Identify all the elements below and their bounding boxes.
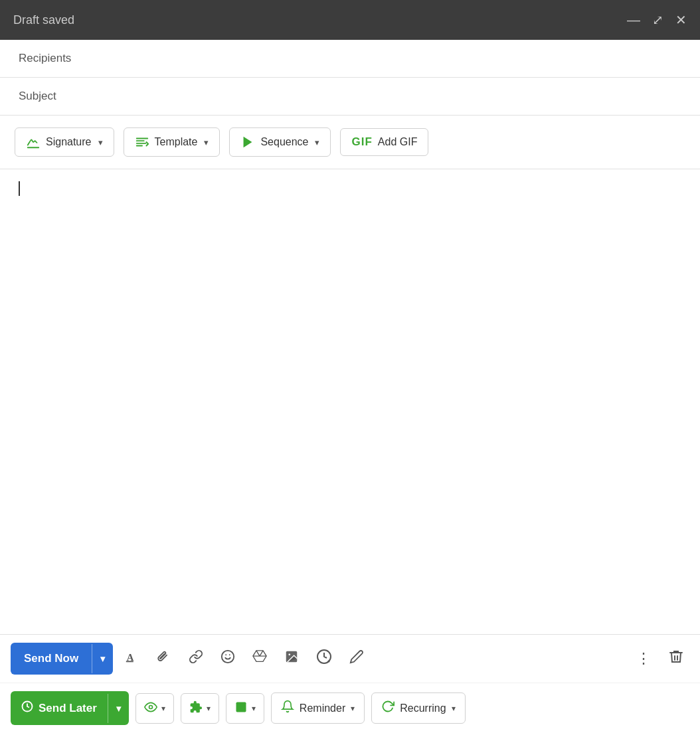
gif-icon: GIF — [351, 135, 372, 149]
add-gif-button[interactable]: GIF Add GIF — [340, 128, 428, 156]
send-later-button[interactable]: Send Later ▾ — [11, 691, 129, 725]
signature-arrow-icon: ▾ — [98, 137, 103, 147]
compose-body: Recipients Subject Signature ▾ — [0, 40, 700, 733]
extension-button[interactable]: ▾ — [181, 693, 219, 724]
bell-icon — [281, 700, 294, 716]
compose-toolbar: Signature ▾ Template ▾ — [0, 116, 700, 169]
add-gif-label: Add GIF — [378, 136, 418, 148]
template-icon — [135, 135, 149, 149]
signature-button[interactable]: Signature ▾ — [15, 127, 114, 157]
clock-icon — [316, 649, 332, 669]
extension-arrow-icon: ▾ — [207, 704, 211, 713]
template-arrow-icon: ▾ — [204, 137, 209, 147]
link-icon — [189, 649, 203, 668]
attachment-button[interactable] — [151, 645, 177, 672]
image-icon — [284, 649, 299, 668]
clock-icon-send-later — [21, 700, 33, 716]
template-button[interactable]: Template ▾ — [124, 127, 220, 157]
text-format-icon: A — [125, 649, 139, 668]
send-now-button[interactable]: Send Now ▾ — [11, 643, 113, 675]
delete-button[interactable] — [663, 645, 689, 673]
sequence-icon — [240, 135, 255, 149]
attachment-icon — [157, 649, 171, 668]
eye-icon — [144, 700, 157, 716]
reminder-arrow-icon: ▾ — [351, 704, 355, 713]
send-later-main: Send Later — [11, 691, 108, 725]
color-arrow-icon: ▾ — [252, 704, 256, 713]
recipients-field[interactable]: Recipients — [0, 40, 700, 78]
subject-label: Subject — [19, 90, 56, 102]
draft-saved-label: Draft saved — [13, 13, 74, 27]
bottom-row-1: Send Now ▾ A — [0, 635, 700, 683]
preview-button[interactable]: ▾ — [135, 693, 174, 724]
more-options-icon: ⋮ — [636, 650, 651, 667]
minimize-button[interactable]: — — [627, 13, 640, 27]
preview-arrow-icon: ▾ — [161, 704, 165, 713]
color-square-icon — [234, 700, 248, 716]
recurring-button[interactable]: Recurring ▾ — [371, 692, 465, 724]
send-now-label: Send Now — [11, 643, 92, 675]
svg-point-15 — [149, 705, 152, 708]
reminder-button[interactable]: Reminder ▾ — [271, 692, 365, 724]
puzzle-icon — [189, 700, 203, 716]
svg-rect-16 — [236, 702, 246, 712]
send-later-dropdown-icon[interactable]: ▾ — [108, 694, 129, 723]
schedule-button[interactable] — [311, 645, 337, 673]
template-label: Template — [155, 136, 198, 148]
recipients-label: Recipients — [19, 52, 71, 64]
text-format-button[interactable]: A — [120, 645, 145, 672]
trash-icon — [668, 649, 684, 669]
google-drive-button[interactable] — [247, 645, 272, 672]
svg-point-12 — [289, 653, 291, 655]
pencil-icon — [349, 649, 364, 668]
more-options-button[interactable]: ⋮ — [631, 646, 656, 671]
signature-label: Signature — [46, 136, 92, 148]
image-button[interactable] — [279, 645, 304, 672]
sequence-button[interactable]: Sequence ▾ — [229, 127, 331, 157]
close-button[interactable]: ✕ — [675, 13, 687, 27]
recurring-arrow-icon: ▾ — [452, 704, 456, 713]
link-button[interactable] — [183, 645, 209, 672]
window-controls: — ⤢ ✕ — [627, 13, 687, 27]
subject-field[interactable]: Subject — [0, 78, 700, 116]
svg-text:A: A — [127, 652, 134, 663]
recurring-label: Recurring — [400, 702, 446, 714]
reminder-label: Reminder — [300, 702, 345, 714]
message-area[interactable] — [0, 169, 700, 634]
sequence-arrow-icon: ▾ — [315, 137, 319, 147]
text-cursor — [19, 181, 20, 196]
send-later-label: Send Later — [39, 702, 97, 715]
maximize-button[interactable]: ⤢ — [652, 13, 663, 27]
emoji-button[interactable] — [215, 645, 240, 672]
emoji-icon — [220, 649, 235, 668]
bottom-row-2: Send Later ▾ ▾ — [0, 683, 700, 733]
svg-point-8 — [222, 651, 234, 663]
signature-icon — [26, 135, 41, 149]
bottom-bar: Send Now ▾ A — [0, 634, 700, 733]
edit-button[interactable] — [344, 645, 369, 672]
title-bar: Draft saved — ⤢ ✕ — [0, 0, 700, 40]
recurring-icon — [381, 700, 394, 716]
send-now-dropdown-icon[interactable]: ▾ — [92, 644, 113, 673]
sequence-label: Sequence — [260, 136, 308, 148]
color-button[interactable]: ▾ — [226, 693, 264, 724]
svg-marker-5 — [244, 137, 252, 148]
google-drive-icon — [252, 649, 267, 668]
